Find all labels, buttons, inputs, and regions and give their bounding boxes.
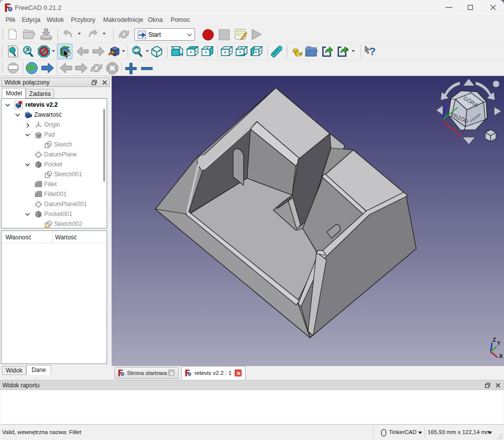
svg-text:?: ? xyxy=(369,45,376,58)
svg-text:Y: Y xyxy=(497,341,501,346)
svg-text:X: X xyxy=(499,353,503,359)
svg-text:Z: Z xyxy=(493,337,496,343)
